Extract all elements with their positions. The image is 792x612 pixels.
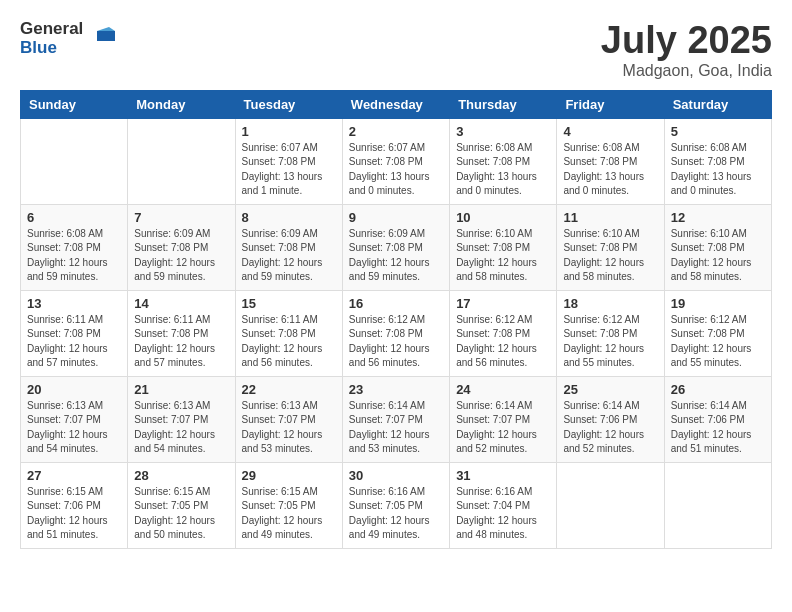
logo-blue-text: Blue bbox=[20, 39, 83, 58]
day-number: 16 bbox=[349, 296, 443, 311]
calendar-cell: 30Sunrise: 6:16 AM Sunset: 7:05 PM Dayli… bbox=[342, 462, 449, 548]
day-info: Sunrise: 6:09 AM Sunset: 7:08 PM Dayligh… bbox=[242, 227, 336, 285]
day-info: Sunrise: 6:13 AM Sunset: 7:07 PM Dayligh… bbox=[134, 399, 228, 457]
day-info: Sunrise: 6:09 AM Sunset: 7:08 PM Dayligh… bbox=[134, 227, 228, 285]
day-info: Sunrise: 6:10 AM Sunset: 7:08 PM Dayligh… bbox=[671, 227, 765, 285]
calendar-cell: 17Sunrise: 6:12 AM Sunset: 7:08 PM Dayli… bbox=[450, 290, 557, 376]
calendar-cell: 28Sunrise: 6:15 AM Sunset: 7:05 PM Dayli… bbox=[128, 462, 235, 548]
calendar-cell: 26Sunrise: 6:14 AM Sunset: 7:06 PM Dayli… bbox=[664, 376, 771, 462]
calendar-cell bbox=[557, 462, 664, 548]
day-number: 4 bbox=[563, 124, 657, 139]
day-number: 7 bbox=[134, 210, 228, 225]
day-number: 28 bbox=[134, 468, 228, 483]
calendar-cell: 10Sunrise: 6:10 AM Sunset: 7:08 PM Dayli… bbox=[450, 204, 557, 290]
day-number: 9 bbox=[349, 210, 443, 225]
day-info: Sunrise: 6:12 AM Sunset: 7:08 PM Dayligh… bbox=[349, 313, 443, 371]
location-subtitle: Madgaon, Goa, India bbox=[601, 62, 772, 80]
calendar-table: SundayMondayTuesdayWednesdayThursdayFrid… bbox=[20, 90, 772, 549]
day-number: 10 bbox=[456, 210, 550, 225]
calendar-cell: 8Sunrise: 6:09 AM Sunset: 7:08 PM Daylig… bbox=[235, 204, 342, 290]
day-info: Sunrise: 6:15 AM Sunset: 7:06 PM Dayligh… bbox=[27, 485, 121, 543]
day-info: Sunrise: 6:12 AM Sunset: 7:08 PM Dayligh… bbox=[563, 313, 657, 371]
calendar-cell: 27Sunrise: 6:15 AM Sunset: 7:06 PM Dayli… bbox=[21, 462, 128, 548]
calendar-header-row: SundayMondayTuesdayWednesdayThursdayFrid… bbox=[21, 90, 772, 118]
day-number: 18 bbox=[563, 296, 657, 311]
calendar-header-thursday: Thursday bbox=[450, 90, 557, 118]
day-number: 11 bbox=[563, 210, 657, 225]
day-info: Sunrise: 6:12 AM Sunset: 7:08 PM Dayligh… bbox=[671, 313, 765, 371]
day-number: 3 bbox=[456, 124, 550, 139]
day-info: Sunrise: 6:16 AM Sunset: 7:04 PM Dayligh… bbox=[456, 485, 550, 543]
calendar-cell: 13Sunrise: 6:11 AM Sunset: 7:08 PM Dayli… bbox=[21, 290, 128, 376]
calendar-cell: 31Sunrise: 6:16 AM Sunset: 7:04 PM Dayli… bbox=[450, 462, 557, 548]
day-number: 13 bbox=[27, 296, 121, 311]
day-number: 25 bbox=[563, 382, 657, 397]
calendar-cell: 15Sunrise: 6:11 AM Sunset: 7:08 PM Dayli… bbox=[235, 290, 342, 376]
svg-marker-1 bbox=[97, 27, 115, 31]
calendar-week-row: 13Sunrise: 6:11 AM Sunset: 7:08 PM Dayli… bbox=[21, 290, 772, 376]
calendar-cell: 16Sunrise: 6:12 AM Sunset: 7:08 PM Dayli… bbox=[342, 290, 449, 376]
calendar-cell bbox=[664, 462, 771, 548]
day-info: Sunrise: 6:08 AM Sunset: 7:08 PM Dayligh… bbox=[456, 141, 550, 199]
day-number: 14 bbox=[134, 296, 228, 311]
day-info: Sunrise: 6:08 AM Sunset: 7:08 PM Dayligh… bbox=[563, 141, 657, 199]
calendar-week-row: 20Sunrise: 6:13 AM Sunset: 7:07 PM Dayli… bbox=[21, 376, 772, 462]
page-header: General Blue July 2025 Madgaon, Goa, Ind… bbox=[20, 20, 772, 80]
calendar-cell: 14Sunrise: 6:11 AM Sunset: 7:08 PM Dayli… bbox=[128, 290, 235, 376]
calendar-cell: 4Sunrise: 6:08 AM Sunset: 7:08 PM Daylig… bbox=[557, 118, 664, 204]
day-info: Sunrise: 6:07 AM Sunset: 7:08 PM Dayligh… bbox=[242, 141, 336, 199]
calendar-cell: 22Sunrise: 6:13 AM Sunset: 7:07 PM Dayli… bbox=[235, 376, 342, 462]
calendar-cell: 3Sunrise: 6:08 AM Sunset: 7:08 PM Daylig… bbox=[450, 118, 557, 204]
day-info: Sunrise: 6:08 AM Sunset: 7:08 PM Dayligh… bbox=[27, 227, 121, 285]
day-info: Sunrise: 6:11 AM Sunset: 7:08 PM Dayligh… bbox=[242, 313, 336, 371]
day-info: Sunrise: 6:14 AM Sunset: 7:06 PM Dayligh… bbox=[671, 399, 765, 457]
day-info: Sunrise: 6:10 AM Sunset: 7:08 PM Dayligh… bbox=[456, 227, 550, 285]
calendar-cell bbox=[128, 118, 235, 204]
calendar-week-row: 27Sunrise: 6:15 AM Sunset: 7:06 PM Dayli… bbox=[21, 462, 772, 548]
day-number: 8 bbox=[242, 210, 336, 225]
calendar-cell: 25Sunrise: 6:14 AM Sunset: 7:06 PM Dayli… bbox=[557, 376, 664, 462]
day-number: 29 bbox=[242, 468, 336, 483]
day-info: Sunrise: 6:13 AM Sunset: 7:07 PM Dayligh… bbox=[242, 399, 336, 457]
day-info: Sunrise: 6:08 AM Sunset: 7:08 PM Dayligh… bbox=[671, 141, 765, 199]
calendar-cell: 11Sunrise: 6:10 AM Sunset: 7:08 PM Dayli… bbox=[557, 204, 664, 290]
calendar-header-sunday: Sunday bbox=[21, 90, 128, 118]
day-number: 15 bbox=[242, 296, 336, 311]
day-number: 30 bbox=[349, 468, 443, 483]
day-number: 19 bbox=[671, 296, 765, 311]
calendar-cell: 29Sunrise: 6:15 AM Sunset: 7:05 PM Dayli… bbox=[235, 462, 342, 548]
month-year-title: July 2025 bbox=[601, 20, 772, 62]
day-number: 2 bbox=[349, 124, 443, 139]
calendar-week-row: 1Sunrise: 6:07 AM Sunset: 7:08 PM Daylig… bbox=[21, 118, 772, 204]
calendar-header-friday: Friday bbox=[557, 90, 664, 118]
day-info: Sunrise: 6:14 AM Sunset: 7:06 PM Dayligh… bbox=[563, 399, 657, 457]
calendar-cell: 2Sunrise: 6:07 AM Sunset: 7:08 PM Daylig… bbox=[342, 118, 449, 204]
day-number: 26 bbox=[671, 382, 765, 397]
day-number: 27 bbox=[27, 468, 121, 483]
day-info: Sunrise: 6:09 AM Sunset: 7:08 PM Dayligh… bbox=[349, 227, 443, 285]
day-number: 22 bbox=[242, 382, 336, 397]
day-number: 21 bbox=[134, 382, 228, 397]
calendar-week-row: 6Sunrise: 6:08 AM Sunset: 7:08 PM Daylig… bbox=[21, 204, 772, 290]
calendar-cell: 18Sunrise: 6:12 AM Sunset: 7:08 PM Dayli… bbox=[557, 290, 664, 376]
calendar-cell: 21Sunrise: 6:13 AM Sunset: 7:07 PM Dayli… bbox=[128, 376, 235, 462]
calendar-cell: 9Sunrise: 6:09 AM Sunset: 7:08 PM Daylig… bbox=[342, 204, 449, 290]
day-number: 5 bbox=[671, 124, 765, 139]
day-info: Sunrise: 6:11 AM Sunset: 7:08 PM Dayligh… bbox=[134, 313, 228, 371]
day-number: 17 bbox=[456, 296, 550, 311]
day-number: 6 bbox=[27, 210, 121, 225]
logo-general-text: General bbox=[20, 20, 83, 39]
svg-marker-0 bbox=[97, 31, 115, 41]
calendar-cell: 7Sunrise: 6:09 AM Sunset: 7:08 PM Daylig… bbox=[128, 204, 235, 290]
title-block: July 2025 Madgaon, Goa, India bbox=[601, 20, 772, 80]
calendar-cell bbox=[21, 118, 128, 204]
calendar-header-saturday: Saturday bbox=[664, 90, 771, 118]
calendar-header-tuesday: Tuesday bbox=[235, 90, 342, 118]
day-info: Sunrise: 6:14 AM Sunset: 7:07 PM Dayligh… bbox=[456, 399, 550, 457]
calendar-cell: 20Sunrise: 6:13 AM Sunset: 7:07 PM Dayli… bbox=[21, 376, 128, 462]
day-number: 23 bbox=[349, 382, 443, 397]
day-number: 24 bbox=[456, 382, 550, 397]
day-info: Sunrise: 6:15 AM Sunset: 7:05 PM Dayligh… bbox=[242, 485, 336, 543]
day-info: Sunrise: 6:07 AM Sunset: 7:08 PM Dayligh… bbox=[349, 141, 443, 199]
day-info: Sunrise: 6:12 AM Sunset: 7:08 PM Dayligh… bbox=[456, 313, 550, 371]
